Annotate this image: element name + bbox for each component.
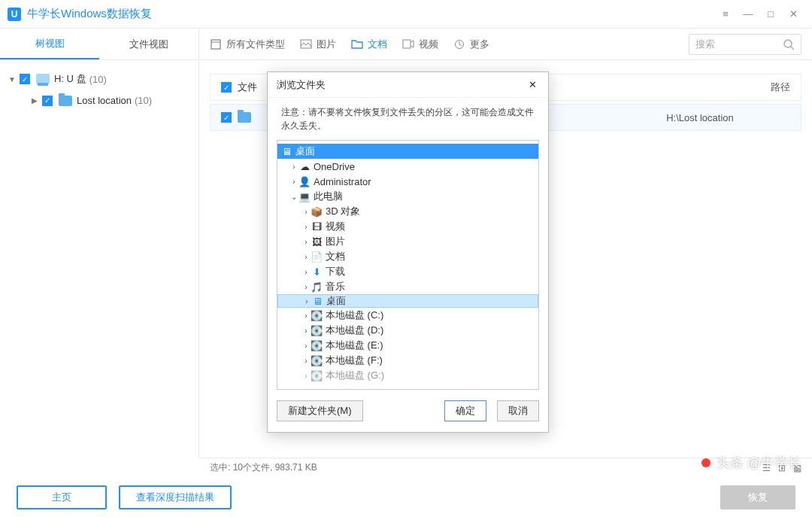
file-icon <box>210 39 222 50</box>
video-folder-icon: 🎞 <box>311 221 323 232</box>
tree-item-videos[interactable]: ›🎞视频 <box>277 219 538 234</box>
app-title: 牛学长Windows数据恢复 <box>27 7 714 21</box>
refresh-icon <box>453 39 465 50</box>
document-folder-icon: 📄 <box>311 251 323 262</box>
download-icon: ⬇ <box>311 266 323 277</box>
left-tabs: 树视图 文件视图 <box>0 29 198 60</box>
lost-location-count: (10) <box>135 95 152 106</box>
recover-button[interactable]: 恢复 <box>720 485 795 509</box>
footer: 主页 查看深度扫描结果 恢复 <box>0 477 812 517</box>
computer-icon: 💻 <box>298 191 311 202</box>
filter-video-label: 视频 <box>419 38 438 51</box>
filter-all-label: 所有文件类型 <box>226 38 285 51</box>
tree-row-lost-location[interactable]: ▶ ✓ Lost location (10) <box>0 90 198 111</box>
tree-item-pictures[interactable]: ›🖼图片 <box>277 234 538 249</box>
disk-icon: 💽 <box>311 310 323 321</box>
lost-location-label: Lost location <box>77 95 132 106</box>
status-text: 选中: 10个文件, 983.71 KB <box>210 461 317 474</box>
filter-bar: 所有文件类型 图片 文档 视频 更多 搜索 <box>199 29 812 60</box>
usb-drive-icon <box>36 74 50 84</box>
tree-row-drive[interactable]: ▼ ✓ H: U 盘 (10) <box>0 68 198 90</box>
folder-icon <box>351 39 363 50</box>
col-path[interactable]: 路径 <box>610 81 790 94</box>
dialog-close-button[interactable]: ✕ <box>526 79 539 90</box>
disk-icon: 💽 <box>311 325 323 336</box>
dialog-folder-tree[interactable]: 🖥桌面 ›☁OneDrive ›👤Administrator ⌄💻此电脑 ›📦3… <box>277 140 539 390</box>
chevron-right-icon[interactable]: › <box>289 178 298 186</box>
tree-item-music[interactable]: ›🎵音乐 <box>277 279 538 294</box>
row-path: H:\Lost location <box>610 112 790 123</box>
tree-item-this-pc[interactable]: ⌄💻此电脑 <box>277 189 538 204</box>
filter-video[interactable]: 视频 <box>402 38 438 51</box>
watermark-dot-icon <box>701 458 710 467</box>
home-button[interactable]: 主页 <box>17 485 107 509</box>
chevron-right-icon[interactable]: › <box>289 163 298 171</box>
folder-tree: ▼ ✓ H: U 盘 (10) ▶ ✓ Lost location (10) <box>0 60 198 118</box>
deep-scan-button[interactable]: 查看深度扫描结果 <box>119 485 232 509</box>
tree-item-disk-d[interactable]: ›💽本地磁盘 (D:) <box>277 323 538 338</box>
folder-icon <box>238 112 251 123</box>
watermark: 头条 @牛学长 <box>701 454 801 472</box>
titlebar: U 牛学长Windows数据恢复 ≡ — □ ✕ <box>0 0 812 29</box>
disk-icon: 💽 <box>311 370 323 381</box>
chevron-down-icon[interactable]: ▼ <box>8 75 17 84</box>
disk-icon: 💽 <box>311 355 323 366</box>
search-placeholder: 搜索 <box>695 38 783 51</box>
tab-tree-view[interactable]: 树视图 <box>0 29 99 59</box>
tree-item-disk-c[interactable]: ›💽本地磁盘 (C:) <box>277 308 538 323</box>
tree-item-3dobjects[interactable]: ›📦3D 对象 <box>277 204 538 219</box>
maximize-button[interactable]: □ <box>759 7 782 22</box>
folder-icon <box>59 96 72 106</box>
tree-item-onedrive[interactable]: ›☁OneDrive <box>277 159 538 174</box>
svg-rect-0 <box>211 40 220 49</box>
tree-item-administrator[interactable]: ›👤Administrator <box>277 174 538 189</box>
tree-item-disk-g[interactable]: ›💽本地磁盘 (G:) <box>277 368 538 383</box>
drive-label: H: U 盘 <box>54 72 86 86</box>
tree-item-downloads[interactable]: ›⬇下载 <box>277 264 538 279</box>
app-logo-icon: U <box>8 8 21 21</box>
svg-rect-2 <box>403 40 411 48</box>
menu-icon[interactable]: ≡ <box>714 7 737 22</box>
close-button[interactable]: ✕ <box>782 7 804 22</box>
new-folder-button[interactable]: 新建文件夹(M) <box>277 400 363 421</box>
svg-point-4 <box>784 40 792 47</box>
filter-image-label: 图片 <box>317 38 336 51</box>
cube-icon: 📦 <box>311 206 323 217</box>
desktop-folder-icon: 🖥 <box>311 296 323 306</box>
ok-button[interactable]: 确定 <box>444 400 486 421</box>
tree-item-disk-e[interactable]: ›💽本地磁盘 (E:) <box>277 338 538 353</box>
cancel-button[interactable]: 取消 <box>497 400 539 421</box>
video-icon <box>402 39 414 50</box>
dialog-titlebar: 浏览文件夹 ✕ <box>268 72 548 98</box>
checkbox-lost-location[interactable]: ✓ <box>42 96 53 106</box>
tab-file-view[interactable]: 文件视图 <box>99 29 198 59</box>
browse-folder-dialog: 浏览文件夹 ✕ 注意：请不要将文件恢复到文件丢失的分区，这可能会造成文件永久丢失… <box>267 71 549 433</box>
picture-folder-icon: 🖼 <box>311 236 323 247</box>
minimize-button[interactable]: — <box>737 7 759 22</box>
filter-document[interactable]: 文档 <box>351 38 387 51</box>
tree-item-desktop[interactable]: ›🖥桌面 <box>277 294 538 308</box>
checkbox-header[interactable]: ✓ <box>221 82 232 93</box>
filter-image[interactable]: 图片 <box>300 38 336 51</box>
chevron-right-icon[interactable]: ▶ <box>30 96 39 105</box>
desktop-icon: 🖥 <box>280 146 292 157</box>
dialog-note: 注意：请不要将文件恢复到文件丢失的分区，这可能会造成文件永久丢失。 <box>268 98 548 140</box>
filter-all[interactable]: 所有文件类型 <box>210 38 285 51</box>
tree-item-documents[interactable]: ›📄文档 <box>277 249 538 264</box>
search-input[interactable]: 搜索 <box>689 34 801 55</box>
filter-more[interactable]: 更多 <box>453 38 489 51</box>
filter-doc-label: 文档 <box>368 38 387 51</box>
tree-item-desktop-root[interactable]: 🖥桌面 <box>277 144 538 159</box>
search-icon <box>783 38 795 50</box>
left-panel: 树视图 文件视图 ▼ ✓ H: U 盘 (10) ▶ ✓ Lost locati… <box>0 29 199 458</box>
checkbox-row[interactable]: ✓ <box>221 112 232 123</box>
drive-count: (10) <box>89 74 107 85</box>
dialog-buttons: 新建文件夹(M) 确定 取消 <box>268 390 548 432</box>
disk-icon: 💽 <box>311 340 323 351</box>
dialog-title: 浏览文件夹 <box>277 78 326 92</box>
checkbox-drive[interactable]: ✓ <box>20 74 30 84</box>
image-icon <box>300 39 312 50</box>
music-icon: 🎵 <box>311 281 323 292</box>
chevron-down-icon[interactable]: ⌄ <box>289 193 298 201</box>
tree-item-disk-f[interactable]: ›💽本地磁盘 (F:) <box>277 353 538 368</box>
